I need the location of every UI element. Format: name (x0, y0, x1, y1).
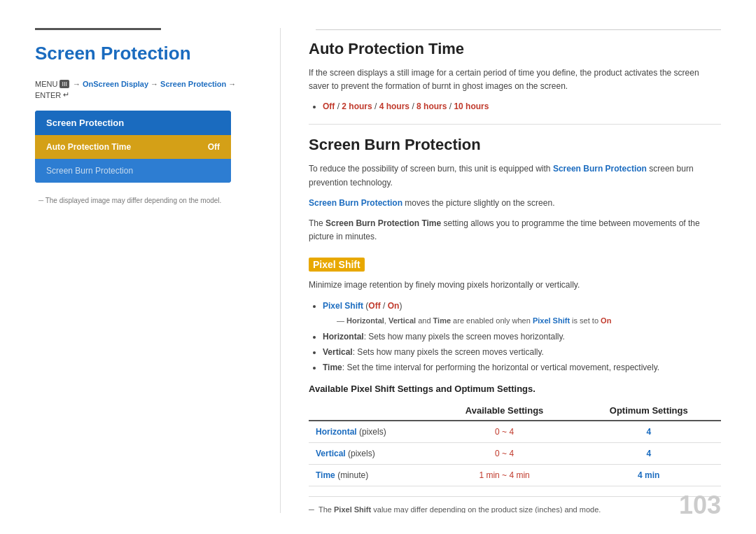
nav-item-label-auto: Auto Protection Time (46, 142, 131, 152)
time-bold: Time (323, 363, 342, 372)
bottom-note-1: The Pixel Shift value may differ dependi… (309, 504, 721, 513)
section1-bullet-list: Off / 2 hours / 4 hours / 8 hours / 10 h… (309, 100, 721, 113)
left-note: The displayed image may differ depending… (35, 197, 238, 204)
table-cell-time-optimum: 4 min (576, 465, 721, 486)
bullet-off: Off (323, 101, 335, 111)
page-number: 103 (679, 491, 721, 520)
vertical-divider (280, 28, 281, 513)
table-cell-vert-label: Vertical (pixels) (309, 443, 433, 465)
bullet-8h: 8 hours (416, 101, 447, 111)
section1-title: Auto Protection Time (309, 40, 721, 58)
section-auto-protection: Auto Protection Time If the screen displ… (309, 40, 721, 113)
nav-item-screen-burn[interactable]: Screen Burn Protection (35, 159, 231, 183)
sbp-link1: Screen Burn Protection (553, 164, 647, 174)
table-col-empty (309, 401, 433, 421)
table-horiz-text: Horizontal (316, 427, 357, 437)
time-label: Time (433, 316, 451, 325)
bullet-10h: 10 hours (454, 101, 489, 111)
indent-note-1: Horizontal, Vertical and Time are enable… (323, 315, 721, 327)
section2-desc3: The Screen Burn Protection Time setting … (309, 217, 721, 244)
pixel-shift-label: Pixel Shift (309, 258, 365, 272)
ps-on2: On (601, 316, 611, 325)
table-col-available: Available Settings (433, 401, 577, 421)
top-bar-left (35, 28, 161, 30)
ps-off: Off (368, 301, 380, 311)
section-screen-burn: Screen Burn Protection To reduce the pos… (309, 136, 721, 513)
sbp-link2: Screen Burn Protection (309, 198, 402, 208)
breadcrumb: MENU III → OnScreen Display → Screen Pro… (35, 80, 238, 99)
enter-icon: ↵ (63, 90, 69, 99)
section-divider-1 (309, 124, 721, 125)
bullet-2h: 2 hours (342, 101, 372, 111)
breadcrumb-screenprotection: Screen Protection (160, 80, 226, 88)
bullet-vertical: Vertical: Sets how many pixels the scree… (323, 346, 721, 358)
section2-desc2: Screen Burn Protection moves the picture… (309, 197, 721, 210)
table-cell-horiz-optimum: 4 (576, 421, 721, 443)
menu-label: MENU (35, 80, 57, 88)
pixel-shift-bullets: Pixel Shift (Off / On) Horizontal, Verti… (309, 300, 721, 374)
horiz-bold: Horizontal (323, 332, 364, 342)
section2-title: Screen Burn Protection (309, 136, 721, 154)
ps-note1-bold: Pixel Shift (334, 505, 371, 513)
pixel-shift-table: Available Settings Optimum Settings Hori… (309, 401, 721, 486)
breadcrumb-enter: ENTER (35, 91, 61, 99)
horiz-label: Horizontal (346, 316, 384, 325)
bullet-separator2: / (374, 101, 379, 111)
nav-menu-header: Screen Protection (35, 111, 231, 135)
section2-desc1: To reduce the possibility of screen burn… (309, 162, 721, 189)
pixel-shift-desc: Minimize image retention by finely movin… (309, 279, 721, 292)
pixel-shift-onoff-label: Pixel Shift (323, 301, 363, 311)
breadcrumb-onscreen: OnScreen Display (83, 80, 148, 88)
arrow3: → (228, 80, 236, 88)
top-bar-right (316, 29, 721, 30)
table-col-optimum: Optimum Settings (576, 401, 721, 421)
nav-item-label-burn: Screen Burn Protection (46, 166, 133, 176)
table-title: Available Pixel Shift Settings and Optim… (309, 384, 721, 394)
left-panel: Screen Protection MENU III → OnScreen Di… (35, 28, 259, 513)
bottom-notes: The Pixel Shift value may differ dependi… (309, 496, 721, 513)
section1-bullet-item: Off / 2 hours / 4 hours / 8 hours / 10 h… (323, 100, 721, 113)
vert-label: Vertical (388, 316, 416, 325)
vert-bold: Vertical (323, 347, 353, 357)
table-cell-horiz-label: Horizontal (pixels) (309, 421, 433, 443)
ps-on: On (388, 301, 400, 311)
bullet-time: Time: Set the time interval for performi… (323, 361, 721, 374)
table-row: Time (minute) 1 min ~ 4 min 4 min (309, 465, 721, 486)
table-cell-vert-available: 0 ~ 4 (433, 443, 577, 465)
table-row: Horizontal (pixels) 0 ~ 4 4 (309, 421, 721, 443)
ps-link: Pixel Shift (533, 316, 570, 325)
bullet-horizontal: Horizontal: Sets how many pixels the scr… (323, 330, 721, 343)
table-cell-horiz-available: 0 ~ 4 (433, 421, 577, 443)
nav-menu-box: Screen Protection Auto Protection Time O… (35, 111, 231, 183)
table-time-text: Time (316, 470, 335, 480)
bullet-4h: 4 hours (379, 101, 410, 111)
sbpt-bold: Screen Burn Protection Time (326, 218, 441, 228)
right-panel: Auto Protection Time If the screen displ… (302, 28, 721, 513)
table-vert-text: Vertical (316, 449, 346, 458)
arrow2: → (150, 80, 158, 88)
nav-item-value-auto: Off (208, 142, 220, 152)
arrow1: → (73, 80, 80, 88)
nav-item-auto-protection[interactable]: Auto Protection Time Off (35, 135, 231, 159)
table-cell-vert-optimum: 4 (576, 443, 721, 465)
bullet-pixel-shift-onoff: Pixel Shift (Off / On) Horizontal, Verti… (323, 300, 721, 327)
table-row: Vertical (pixels) 0 ~ 4 4 (309, 443, 721, 465)
table-cell-time-label: Time (minute) (309, 465, 433, 486)
page-title: Screen Protection (35, 43, 238, 64)
section1-desc: If the screen displays a still image for… (309, 66, 721, 93)
table-cell-time-available: 1 min ~ 4 min (433, 465, 577, 486)
menu-icon: III (59, 80, 69, 88)
